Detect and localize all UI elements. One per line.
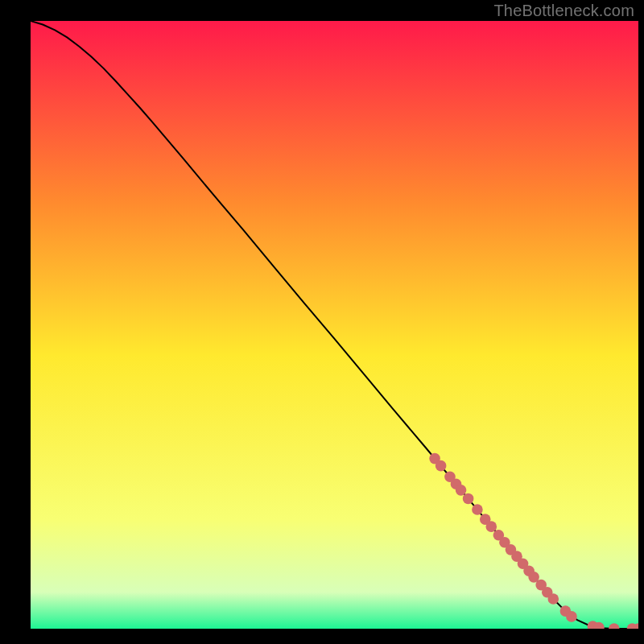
data-marker xyxy=(456,485,467,496)
gradient-background xyxy=(31,21,638,629)
chart-frame: TheBottleneck.com xyxy=(0,0,644,644)
chart-svg xyxy=(31,21,638,629)
data-marker xyxy=(566,611,577,622)
data-marker xyxy=(472,504,483,515)
data-marker xyxy=(436,460,447,472)
data-marker xyxy=(463,493,474,505)
data-marker xyxy=(485,521,497,532)
attribution-text: TheBottleneck.com xyxy=(0,0,644,23)
plot-area xyxy=(31,21,638,629)
data-marker xyxy=(548,593,559,605)
